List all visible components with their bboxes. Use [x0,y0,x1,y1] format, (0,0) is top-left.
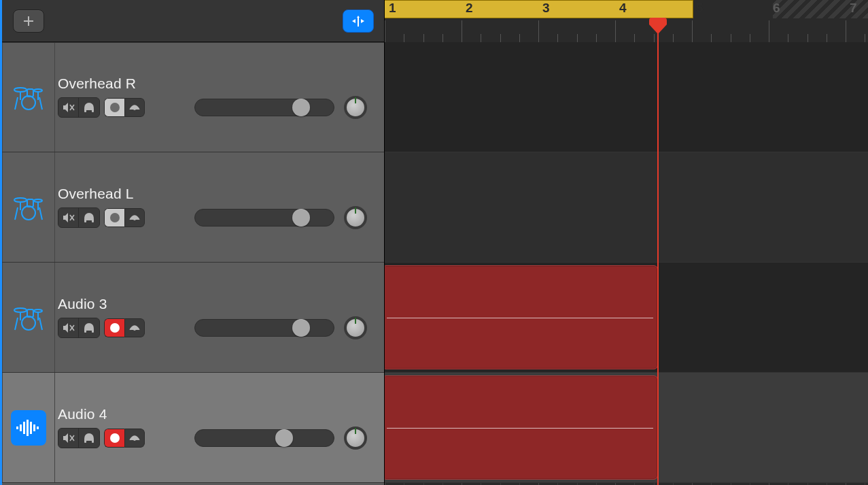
svg-rect-41 [84,439,86,443]
ruler-bar-number: 7 [850,1,857,16]
track-row[interactable]: Audio 4 [2,373,385,483]
record-enable-button[interactable] [104,429,124,448]
svg-rect-0 [358,18,359,27]
track-name-label[interactable]: Audio 4 [58,406,385,422]
track-name-label[interactable]: Audio 3 [58,296,385,312]
record-enable-button[interactable] [104,208,124,227]
svg-rect-32 [92,329,94,333]
svg-rect-37 [27,420,29,436]
pan-knob[interactable] [344,206,367,229]
pan-knob[interactable] [344,96,367,119]
mute-solo-group [58,97,100,118]
mute-icon [63,102,75,113]
svg-rect-31 [84,329,86,333]
mute-button[interactable] [58,208,79,227]
app-window: Overhead R [0,0,868,485]
svg-point-26 [22,316,35,330]
track-row[interactable]: Overhead R [2,42,385,152]
input-monitor-button[interactable] [124,98,145,117]
ruler-bar-number: 2 [466,1,473,16]
track-icon[interactable] [11,80,46,115]
mute-solo-group [58,318,100,338]
svg-point-23 [14,308,27,312]
track-icon-column [2,43,55,152]
headphones-icon [83,322,95,333]
input-monitor-button[interactable] [124,429,145,448]
add-track-button[interactable] [13,10,44,33]
arrange-lane[interactable] [385,373,868,483]
svg-rect-40 [37,427,39,429]
ruler-bar-number: 3 [542,1,550,16]
solo-button[interactable] [79,429,99,448]
track-name-label[interactable]: Overhead L [58,186,385,202]
arrange-area[interactable]: 1234567 [385,0,868,485]
cycle-region[interactable] [385,0,693,18]
mute-button[interactable] [58,429,79,448]
recording-region[interactable] [385,265,658,369]
track-mixer-controls [194,316,367,339]
timeline-ruler[interactable]: 1234567 [385,0,868,42]
volume-slider[interactable] [194,209,334,227]
svg-point-12 [14,198,27,202]
svg-line-6 [39,97,42,110]
track-row[interactable]: Overhead L [2,152,385,263]
solo-button[interactable] [79,318,99,337]
arrange-lane[interactable] [385,42,868,152]
record-input-group [104,318,145,337]
mute-solo-group [58,428,100,448]
svg-rect-39 [33,424,35,431]
snap-playhead-icon [351,14,366,28]
headphones-icon [83,212,95,223]
track-icon-column [2,152,55,262]
headphones-icon [83,102,95,113]
track-icon[interactable] [11,190,46,225]
record-enable-button[interactable] [104,98,124,117]
catch-playhead-button[interactable] [343,10,374,33]
track-panel-toolbar [2,0,385,42]
mute-button[interactable] [58,98,79,117]
svg-rect-10 [92,109,94,112]
solo-button[interactable] [79,98,99,117]
volume-thumb[interactable] [292,319,310,337]
volume-slider[interactable] [194,319,334,337]
track-row[interactable]: Audio 3 [2,263,385,373]
input-monitor-button[interactable] [124,318,145,337]
arrange-lane[interactable] [385,263,868,373]
track-controls [58,316,385,339]
input-monitor-icon [128,212,141,223]
drum-kit-icon [12,84,45,111]
volume-thumb[interactable] [275,429,293,447]
volume-slider[interactable] [194,99,334,116]
recording-region[interactable] [385,375,658,480]
svg-line-17 [39,207,42,220]
track-icon-column [2,263,55,372]
input-monitor-button[interactable] [124,208,145,227]
pan-knob[interactable] [344,427,367,450]
waveform-line [387,318,653,318]
svg-line-5 [15,97,18,110]
volume-thumb[interactable] [292,209,310,227]
arrange-lane[interactable] [385,152,868,263]
record-enable-button[interactable] [104,318,124,337]
ruler-bar-number: 6 [773,1,780,16]
track-icon[interactable] [11,410,46,446]
track-icon[interactable] [11,300,46,335]
volume-slider[interactable] [194,429,334,447]
svg-point-15 [22,206,35,220]
svg-point-1 [14,88,27,92]
track-body: Audio 3 [55,263,385,372]
svg-rect-20 [84,219,86,222]
track-body: Audio 4 [55,373,385,482]
pan-knob[interactable] [344,316,367,339]
track-name-label[interactable]: Overhead R [58,76,385,92]
mute-icon [63,433,75,444]
solo-button[interactable] [79,208,99,227]
track-controls [58,206,385,229]
drum-kit-icon [12,194,45,221]
headphones-icon [83,433,95,444]
mute-button[interactable] [58,318,79,337]
volume-thumb[interactable] [292,99,310,116]
svg-point-4 [22,96,35,110]
ruler-bar-number: 5 [696,1,704,16]
mute-solo-group [58,207,100,228]
